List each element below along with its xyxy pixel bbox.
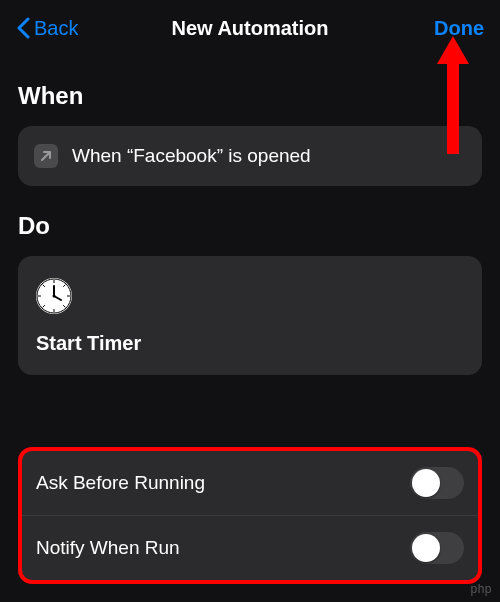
watermark: php (470, 582, 492, 596)
do-action-title: Start Timer (36, 332, 464, 355)
option-notify-label: Notify When Run (36, 537, 180, 559)
main-content: When When “Facebook” is opened Do (0, 82, 500, 375)
toggle-knob (412, 534, 440, 562)
option-ask-label: Ask Before Running (36, 472, 205, 494)
when-card[interactable]: When “Facebook” is opened (18, 126, 482, 186)
option-notify-when-run: Notify When Run (22, 515, 478, 580)
option-ask-before-running: Ask Before Running (22, 451, 478, 515)
toggle-notify-when-run[interactable] (410, 532, 464, 564)
svg-point-12 (53, 295, 56, 298)
done-button[interactable]: Done (434, 17, 484, 40)
toggle-ask-before-running[interactable] (410, 467, 464, 499)
toggle-knob (412, 469, 440, 497)
open-app-icon (34, 144, 58, 168)
do-card[interactable]: Start Timer (18, 256, 482, 375)
chevron-left-icon (16, 17, 30, 39)
section-when-label: When (18, 82, 482, 110)
nav-header: Back New Automation Done (0, 0, 500, 56)
clock-icon (36, 278, 72, 314)
back-button[interactable]: Back (16, 17, 78, 40)
section-do-label: Do (18, 212, 482, 240)
when-row: When “Facebook” is opened (34, 144, 466, 168)
options-card: Ask Before Running Notify When Run (18, 447, 482, 584)
back-label: Back (34, 17, 78, 40)
when-trigger-text: When “Facebook” is opened (72, 145, 311, 167)
